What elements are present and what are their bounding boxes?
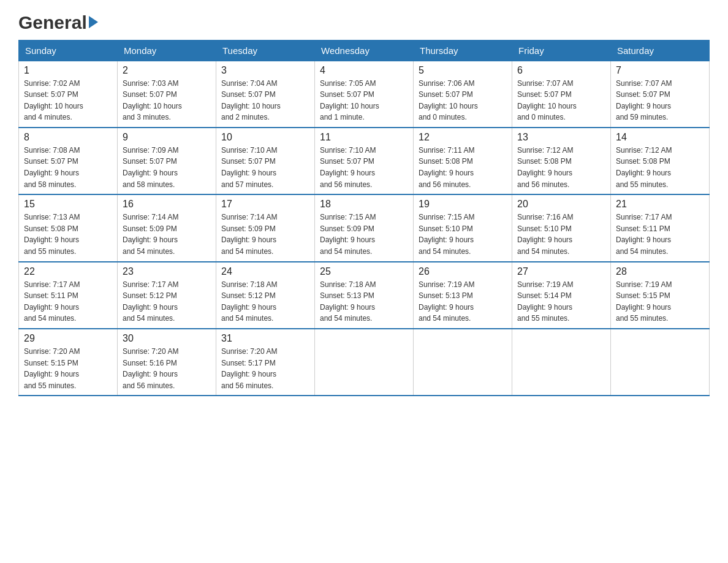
day-cell-2: 2Sunrise: 7:03 AM Sunset: 5:07 PM Daylig…: [118, 61, 216, 128]
day-number: 21: [616, 199, 704, 210]
day-number: 23: [123, 266, 211, 277]
day-number: 11: [320, 132, 408, 143]
week-row-5: 29Sunrise: 7:20 AM Sunset: 5:15 PM Dayli…: [19, 329, 710, 396]
day-cell-16: 16Sunrise: 7:14 AM Sunset: 5:09 PM Dayli…: [118, 194, 216, 261]
day-number: 22: [24, 266, 112, 277]
day-info: Sunrise: 7:08 AM Sunset: 5:07 PM Dayligh…: [24, 145, 112, 190]
logo-general-text: General: [18, 12, 87, 34]
day-cell-6: 6Sunrise: 7:07 AM Sunset: 5:07 PM Daylig…: [512, 61, 611, 128]
day-number: 25: [320, 266, 408, 277]
day-number: 6: [517, 65, 605, 76]
day-cell-13: 13Sunrise: 7:12 AM Sunset: 5:08 PM Dayli…: [512, 128, 611, 194]
day-number: 7: [616, 65, 704, 76]
day-info: Sunrise: 7:14 AM Sunset: 5:09 PM Dayligh…: [123, 212, 211, 257]
week-row-1: 1Sunrise: 7:02 AM Sunset: 5:07 PM Daylig…: [19, 61, 710, 128]
day-info: Sunrise: 7:12 AM Sunset: 5:08 PM Dayligh…: [616, 145, 704, 190]
week-row-3: 15Sunrise: 7:13 AM Sunset: 5:08 PM Dayli…: [19, 194, 710, 261]
day-cell-25: 25Sunrise: 7:18 AM Sunset: 5:13 PM Dayli…: [315, 262, 414, 329]
day-cell-23: 23Sunrise: 7:17 AM Sunset: 5:12 PM Dayli…: [118, 262, 216, 329]
day-number: 31: [221, 333, 309, 344]
day-info: Sunrise: 7:10 AM Sunset: 5:07 PM Dayligh…: [320, 145, 408, 190]
day-number: 2: [123, 65, 211, 76]
day-info: Sunrise: 7:20 AM Sunset: 5:17 PM Dayligh…: [221, 346, 309, 391]
day-info: Sunrise: 7:15 AM Sunset: 5:09 PM Dayligh…: [320, 212, 408, 257]
day-info: Sunrise: 7:07 AM Sunset: 5:07 PM Dayligh…: [616, 78, 704, 123]
day-number: 24: [221, 266, 309, 277]
day-info: Sunrise: 7:18 AM Sunset: 5:13 PM Dayligh…: [320, 279, 408, 324]
day-info: Sunrise: 7:19 AM Sunset: 5:14 PM Dayligh…: [517, 279, 605, 324]
day-info: Sunrise: 7:19 AM Sunset: 5:13 PM Dayligh…: [419, 279, 507, 324]
day-number: 13: [517, 132, 605, 143]
day-cell-8: 8Sunrise: 7:08 AM Sunset: 5:07 PM Daylig…: [19, 128, 118, 194]
day-cell-28: 28Sunrise: 7:19 AM Sunset: 5:15 PM Dayli…: [611, 262, 710, 329]
day-cell-31: 31Sunrise: 7:20 AM Sunset: 5:17 PM Dayli…: [216, 329, 315, 396]
day-cell-14: 14Sunrise: 7:12 AM Sunset: 5:08 PM Dayli…: [611, 128, 710, 194]
day-cell-9: 9Sunrise: 7:09 AM Sunset: 5:07 PM Daylig…: [118, 128, 216, 194]
day-cell-7: 7Sunrise: 7:07 AM Sunset: 5:07 PM Daylig…: [611, 61, 710, 128]
day-number: 18: [320, 199, 408, 210]
header-row: SundayMondayTuesdayWednesdayThursdayFrid…: [19, 40, 710, 61]
day-number: 15: [24, 199, 112, 210]
header-cell-saturday: Saturday: [611, 40, 710, 61]
day-info: Sunrise: 7:09 AM Sunset: 5:07 PM Dayligh…: [123, 145, 211, 190]
day-info: Sunrise: 7:17 AM Sunset: 5:11 PM Dayligh…: [24, 279, 112, 324]
day-number: 10: [221, 132, 309, 143]
header-cell-wednesday: Wednesday: [315, 40, 414, 61]
day-info: Sunrise: 7:10 AM Sunset: 5:07 PM Dayligh…: [221, 145, 309, 190]
day-info: Sunrise: 7:04 AM Sunset: 5:07 PM Dayligh…: [221, 78, 309, 123]
day-number: 3: [221, 65, 309, 76]
day-cell-12: 12Sunrise: 7:11 AM Sunset: 5:08 PM Dayli…: [414, 128, 512, 194]
day-info: Sunrise: 7:17 AM Sunset: 5:11 PM Dayligh…: [616, 212, 704, 257]
empty-cell: [315, 329, 414, 396]
day-cell-30: 30Sunrise: 7:20 AM Sunset: 5:16 PM Dayli…: [118, 329, 216, 396]
header-cell-monday: Monday: [118, 40, 216, 61]
day-info: Sunrise: 7:11 AM Sunset: 5:08 PM Dayligh…: [419, 145, 507, 190]
day-info: Sunrise: 7:15 AM Sunset: 5:10 PM Dayligh…: [419, 212, 507, 257]
header-cell-sunday: Sunday: [19, 40, 118, 61]
day-number: 4: [320, 65, 408, 76]
day-number: 12: [419, 132, 507, 143]
logo-arrow-icon: [89, 16, 98, 28]
day-cell-24: 24Sunrise: 7:18 AM Sunset: 5:12 PM Dayli…: [216, 262, 315, 329]
day-info: Sunrise: 7:16 AM Sunset: 5:10 PM Dayligh…: [517, 212, 605, 257]
header-cell-tuesday: Tuesday: [216, 40, 315, 61]
day-cell-17: 17Sunrise: 7:14 AM Sunset: 5:09 PM Dayli…: [216, 194, 315, 261]
day-cell-20: 20Sunrise: 7:16 AM Sunset: 5:10 PM Dayli…: [512, 194, 611, 261]
week-row-4: 22Sunrise: 7:17 AM Sunset: 5:11 PM Dayli…: [19, 262, 710, 329]
day-info: Sunrise: 7:06 AM Sunset: 5:07 PM Dayligh…: [419, 78, 507, 123]
day-cell-26: 26Sunrise: 7:19 AM Sunset: 5:13 PM Dayli…: [414, 262, 512, 329]
day-number: 29: [24, 333, 112, 344]
day-cell-3: 3Sunrise: 7:04 AM Sunset: 5:07 PM Daylig…: [216, 61, 315, 128]
day-number: 19: [419, 199, 507, 210]
day-cell-22: 22Sunrise: 7:17 AM Sunset: 5:11 PM Dayli…: [19, 262, 118, 329]
day-cell-1: 1Sunrise: 7:02 AM Sunset: 5:07 PM Daylig…: [19, 61, 118, 128]
day-cell-29: 29Sunrise: 7:20 AM Sunset: 5:15 PM Dayli…: [19, 329, 118, 396]
day-cell-10: 10Sunrise: 7:10 AM Sunset: 5:07 PM Dayli…: [216, 128, 315, 194]
day-cell-5: 5Sunrise: 7:06 AM Sunset: 5:07 PM Daylig…: [414, 61, 512, 128]
page-header: General: [18, 12, 710, 34]
day-number: 16: [123, 199, 211, 210]
day-number: 9: [123, 132, 211, 143]
day-number: 1: [24, 65, 112, 76]
day-info: Sunrise: 7:19 AM Sunset: 5:15 PM Dayligh…: [616, 279, 704, 324]
day-info: Sunrise: 7:05 AM Sunset: 5:07 PM Dayligh…: [320, 78, 408, 123]
day-cell-11: 11Sunrise: 7:10 AM Sunset: 5:07 PM Dayli…: [315, 128, 414, 194]
day-info: Sunrise: 7:20 AM Sunset: 5:16 PM Dayligh…: [123, 346, 211, 391]
logo: General: [18, 12, 98, 34]
calendar-table: SundayMondayTuesdayWednesdayThursdayFrid…: [18, 40, 710, 397]
header-cell-thursday: Thursday: [414, 40, 512, 61]
day-cell-4: 4Sunrise: 7:05 AM Sunset: 5:07 PM Daylig…: [315, 61, 414, 128]
week-row-2: 8Sunrise: 7:08 AM Sunset: 5:07 PM Daylig…: [19, 128, 710, 194]
day-cell-21: 21Sunrise: 7:17 AM Sunset: 5:11 PM Dayli…: [611, 194, 710, 261]
day-number: 8: [24, 132, 112, 143]
day-info: Sunrise: 7:02 AM Sunset: 5:07 PM Dayligh…: [24, 78, 112, 123]
day-number: 17: [221, 199, 309, 210]
day-number: 20: [517, 199, 605, 210]
day-cell-19: 19Sunrise: 7:15 AM Sunset: 5:10 PM Dayli…: [414, 194, 512, 261]
empty-cell: [512, 329, 611, 396]
day-info: Sunrise: 7:13 AM Sunset: 5:08 PM Dayligh…: [24, 212, 112, 257]
day-info: Sunrise: 7:07 AM Sunset: 5:07 PM Dayligh…: [517, 78, 605, 123]
day-cell-15: 15Sunrise: 7:13 AM Sunset: 5:08 PM Dayli…: [19, 194, 118, 261]
day-info: Sunrise: 7:12 AM Sunset: 5:08 PM Dayligh…: [517, 145, 605, 190]
day-number: 26: [419, 266, 507, 277]
